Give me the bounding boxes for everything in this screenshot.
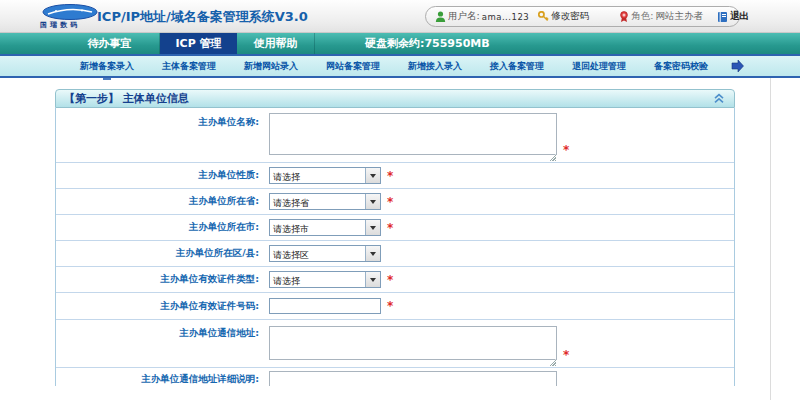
page-right-edge [770, 78, 771, 400]
org-nature-select[interactable]: 请选择 [269, 167, 381, 184]
key-icon [538, 11, 549, 22]
subnav-item-1[interactable]: 新增备案录入 [80, 56, 134, 76]
org-address-note-textarea[interactable] [269, 371, 557, 386]
field-label: 主办单位有效证件号码: [56, 300, 264, 313]
subnav-item-5[interactable]: 新增接入录入 [408, 56, 462, 76]
main-nav: 待办事宜ICP 管理使用帮助 硬盘剩余约:755950MB [0, 33, 800, 54]
form-row: 主办单位性质: 请选择 * [56, 163, 734, 189]
field-label: 主办单位所在省: [56, 195, 264, 208]
brand-name: 国瑞数码 [40, 20, 80, 30]
nav-tab-1[interactable]: 待办事宜 [60, 33, 160, 54]
change-password-link[interactable]: 修改密码 [551, 10, 589, 23]
username-label: 用户名: [448, 10, 480, 23]
user-bar: 用户名: ama...123 修改密码 角色: 网站主办者 退出 [425, 6, 740, 27]
required-asterisk: * [563, 143, 569, 157]
dropdown-arrow-icon[interactable] [365, 220, 380, 235]
required-asterisk: * [563, 348, 569, 362]
org-cert-number-input[interactable] [269, 298, 381, 314]
form-row: 主办单位有效证件类型: 请选择 * [56, 267, 734, 293]
field-control [269, 320, 557, 367]
dropdown-arrow-icon[interactable] [365, 168, 380, 183]
field-control [269, 298, 381, 314]
field-label: 主办单位有效证件类型: [56, 273, 264, 286]
subnav-next-arrow-icon[interactable] [731, 59, 744, 73]
required-asterisk: * [387, 169, 393, 183]
subnav-item-8[interactable]: 备案密码校验 [654, 56, 708, 76]
org-city-selected-value: 请选择市 [270, 220, 365, 235]
sub-nav: 新增备案录入主体备案管理新增网站录入网站备案管理新增接入录入接入备案管理退回处理… [0, 56, 800, 76]
logout-button[interactable]: 退出 [730, 10, 749, 23]
form-row: 主办单位所在市: 请选择市 * [56, 215, 734, 241]
main-nav-tabs: 待办事宜ICP 管理使用帮助 [60, 33, 315, 54]
resize-grip-icon[interactable] [549, 359, 556, 366]
field-control: 请选择市 [269, 219, 381, 236]
required-asterisk: * [387, 299, 393, 313]
field-control: 请选择 [269, 271, 381, 288]
disk-space-info: 硬盘剩余约:755950MB [365, 33, 490, 54]
field-label: 主办单位所在市: [56, 221, 264, 234]
form-row: 主办单位有效证件号码: * [56, 293, 734, 320]
org-district-selected-value: 请选择区 [270, 246, 365, 261]
step1-panel: 【第一步】 主体单位信息 主办单位名称: * 主办单位性质: 请选择 * 主办单… [55, 89, 735, 386]
app-window: 国瑞数码 ICP/IP地址/域名备案管理系统V3.0 用户名: ama...12… [0, 0, 800, 400]
field-label: 主办单位通信地址详细说明: [56, 368, 264, 386]
org-district-select[interactable]: 请选择区 [269, 245, 381, 262]
section-title: 【第一步】 主体单位信息 [64, 91, 189, 106]
subnav-item-7[interactable]: 退回处理管理 [572, 56, 626, 76]
field-label: 主办单位性质: [56, 169, 264, 182]
user-icon [435, 11, 446, 23]
form-row: 主办单位通信地址: * [56, 320, 734, 368]
required-asterisk: * [387, 273, 393, 287]
form-row: 主办单位通信地址详细说明: [56, 368, 734, 386]
org-city-select[interactable]: 请选择市 [269, 219, 381, 236]
dropdown-arrow-icon[interactable] [365, 272, 380, 287]
subnav-item-6[interactable]: 接入备案管理 [490, 56, 544, 76]
logout-book-icon [717, 11, 728, 23]
role-badge-icon [619, 11, 629, 23]
field-label: 主办单位通信地址: [56, 320, 264, 367]
required-asterisk: * [387, 195, 393, 209]
dropdown-arrow-icon[interactable] [365, 246, 380, 261]
top-header: 国瑞数码 ICP/IP地址/域名备案管理系统V3.0 用户名: ama...12… [0, 0, 800, 33]
org-address-textarea[interactable] [269, 326, 557, 360]
app-title: ICP/IP地址/域名备案管理系统V3.0 [97, 8, 308, 26]
subnav-item-2[interactable]: 主体备案管理 [162, 56, 216, 76]
subnav-item-4[interactable]: 网站备案管理 [326, 56, 380, 76]
section-header: 【第一步】 主体单位信息 [55, 89, 735, 108]
form-row: 主办单位名称: * [56, 108, 734, 163]
field-control: 请选择区 [269, 245, 381, 262]
form-row: 主办单位所在区/县: 请选择区 [56, 241, 734, 267]
subnav-item-3[interactable]: 新增网站录入 [244, 56, 298, 76]
required-asterisk: * [387, 221, 393, 235]
org-province-selected-value: 请选择省 [270, 194, 365, 209]
org-cert-type-selected-value: 请选择 [270, 272, 365, 287]
dropdown-arrow-icon[interactable] [365, 194, 380, 209]
field-label: 主办单位所在区/县: [56, 247, 264, 260]
field-label: 主办单位名称: [56, 108, 264, 162]
resize-grip-icon[interactable] [549, 154, 556, 161]
field-control [269, 368, 557, 386]
field-control: 请选择 [269, 167, 381, 184]
org-cert-type-select[interactable]: 请选择 [269, 271, 381, 288]
org-nature-selected-value: 请选择 [270, 168, 365, 183]
field-control [269, 108, 557, 162]
nav-tab-2[interactable]: ICP 管理 [160, 33, 237, 54]
nav-divider-bottom [0, 76, 800, 78]
collapse-chevron-icon[interactable] [712, 93, 726, 104]
nav-tab-3[interactable]: 使用帮助 [237, 33, 315, 54]
role-value: 网站主办者 [655, 10, 703, 23]
org-name-textarea[interactable] [269, 113, 557, 155]
field-control: 请选择省 [269, 193, 381, 210]
username-value: ama...123 [482, 12, 530, 22]
org-province-select[interactable]: 请选择省 [269, 193, 381, 210]
subnav-active-notch [103, 78, 111, 80]
form-rows: 主办单位名称: * 主办单位性质: 请选择 * 主办单位所在省: 请选择省 * … [55, 108, 735, 386]
role-label: 角色: [631, 10, 653, 23]
form-row: 主办单位所在省: 请选择省 * [56, 189, 734, 215]
